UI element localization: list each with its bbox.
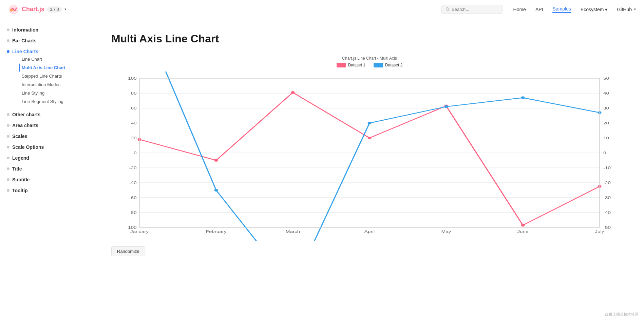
chart-area: -100-80-60-40-20020406080100-50-40-30-20… — [111, 72, 628, 241]
left-axis-label: -40 — [129, 181, 137, 185]
sidebar-section-other-charts[interactable]: Other charts — [0, 109, 95, 120]
svg-line-3 — [448, 10, 449, 11]
dot-icon — [7, 50, 10, 53]
right-axis-label: 20 — [603, 121, 609, 125]
left-axis-label: -60 — [129, 196, 137, 200]
external-link-icon: ↗ — [633, 7, 636, 11]
search-box[interactable] — [441, 5, 503, 14]
right-axis-label: -10 — [603, 166, 611, 170]
right-axis-label: 0 — [603, 151, 606, 155]
sidebar-item-multi-axis-line-chart[interactable]: Multi Axis Line Chart — [19, 63, 88, 72]
page-title: Multi Axis Line Chart — [111, 33, 628, 45]
sidebar-section-scale-options[interactable]: Scale Options — [0, 142, 95, 153]
sidebar-section-bar-charts[interactable]: Bar Charts — [0, 35, 95, 46]
dataset2-line — [139, 72, 600, 241]
dot-icon — [7, 28, 10, 31]
nav-home[interactable]: Home — [513, 7, 526, 12]
version-dropdown[interactable]: ▾ — [64, 7, 67, 12]
dataset1-line — [139, 93, 600, 225]
legend-item: Dataset 1 — [337, 63, 365, 67]
right-axis-label: -20 — [603, 181, 611, 185]
sidebar-item-interpolation-modes[interactable]: Interpolation Modes — [19, 80, 88, 89]
sidebar-section-label: Area charts — [7, 123, 88, 128]
dot-icon — [7, 157, 10, 159]
dataset1-point — [291, 91, 295, 94]
logo-icon — [8, 4, 19, 15]
watermark: @稀土掘金技术社区 — [605, 312, 639, 317]
randomize-button[interactable]: Randomize — [111, 246, 145, 256]
dataset1-point — [521, 224, 525, 226]
main-content: Multi Axis Line Chart Chart.js Line Char… — [95, 19, 644, 321]
dot-icon — [7, 146, 10, 148]
chevron-down-icon: ▾ — [605, 7, 607, 12]
right-axis-label: 10 — [603, 136, 609, 140]
dataset2-point — [444, 105, 448, 108]
nav-ecosystem[interactable]: Ecosystem ▾ — [581, 7, 607, 12]
left-axis-label: -20 — [129, 166, 137, 170]
sidebar-subsection: Line ChartMulti Axis Line ChartStepped L… — [7, 54, 88, 106]
legend-color-swatch — [374, 63, 383, 67]
sidebar-section-label: Subtitle — [7, 177, 88, 182]
dot-icon — [7, 39, 10, 42]
sidebar: InformationBar ChartsLine ChartsLine Cha… — [0, 19, 95, 321]
right-axis-label: -50 — [603, 225, 611, 229]
sidebar-section-label: Information — [7, 27, 88, 33]
sidebar-section-title[interactable]: Title — [0, 163, 95, 174]
sidebar-section-tooltip[interactable]: Tooltip — [0, 185, 95, 196]
sidebar-section-legend[interactable]: Legend — [0, 153, 95, 163]
sidebar-section-label: Scales — [7, 134, 88, 139]
chart-container: Chart.js Line Chart - Multi Axis Dataset… — [111, 56, 628, 253]
left-axis-label: 80 — [131, 91, 137, 95]
left-axis-label: 60 — [131, 106, 137, 110]
left-axis-label: -80 — [129, 210, 137, 215]
sidebar-item-line-chart[interactable]: Line Chart — [19, 55, 88, 63]
sidebar-section-scales[interactable]: Scales — [0, 131, 95, 142]
dot-icon — [7, 124, 10, 127]
sidebar-section-label: Title — [7, 166, 88, 172]
version-badge: 3.7.0 — [47, 6, 62, 13]
x-axis-label: July — [595, 229, 604, 234]
dot-icon — [7, 135, 10, 138]
right-axis-label: -30 — [603, 196, 611, 200]
right-axis-label: -40 — [603, 210, 611, 215]
chart-svg: -100-80-60-40-20020406080100-50-40-30-20… — [111, 72, 628, 241]
search-icon — [446, 7, 450, 12]
x-axis-label: February — [206, 229, 227, 234]
nav-github[interactable]: GitHub ↗ — [617, 7, 636, 12]
search-input[interactable] — [452, 7, 498, 12]
sidebar-section-label: Line Charts — [7, 49, 88, 54]
sidebar-section-label: Tooltip — [7, 188, 88, 193]
nav-samples[interactable]: Samples — [552, 6, 571, 13]
left-axis-label: 20 — [131, 136, 137, 140]
chart-legend: Dataset 1Dataset 2 — [111, 63, 628, 67]
chart-subtitle: Chart.js Line Chart - Multi Axis — [111, 56, 628, 61]
legend-label: Dataset 1 — [348, 63, 365, 67]
x-axis-label: April — [364, 229, 375, 234]
sidebar-item-line-styling[interactable]: Line Styling — [19, 89, 88, 97]
dataset2-point — [214, 189, 218, 192]
sidebar-section-area-charts[interactable]: Area charts — [0, 120, 95, 131]
sidebar-item-line-segment-styling[interactable]: Line Segment Styling — [19, 97, 88, 106]
nav-api[interactable]: API — [535, 7, 543, 12]
top-navigation: Chart.js 3.7.0 ▾ Home API Samples Ecosys… — [0, 0, 644, 19]
logo-area: Chart.js 3.7.0 ▾ — [8, 4, 67, 15]
left-axis-label: 100 — [128, 76, 136, 80]
logo-text: Chart.js — [22, 6, 44, 13]
x-axis-label: January — [130, 229, 149, 234]
sidebar-section-label: Scale Options — [7, 144, 88, 150]
sidebar-section-information[interactable]: Information — [0, 24, 95, 35]
sidebar-section-subtitle[interactable]: Subtitle — [0, 174, 95, 185]
sidebar-item-stepped-line-charts[interactable]: Stepped Line Charts — [19, 72, 88, 80]
sidebar-section-line-charts[interactable]: Line ChartsLine ChartMulti Axis Line Cha… — [0, 46, 95, 109]
dataset2-point — [367, 122, 371, 124]
main-layout: InformationBar ChartsLine ChartsLine Cha… — [0, 19, 644, 321]
sidebar-section-label: Bar Charts — [7, 38, 88, 43]
legend-item: Dataset 2 — [374, 63, 402, 67]
svg-point-1 — [10, 9, 13, 12]
right-axis-label: 50 — [603, 76, 609, 80]
dot-icon — [7, 167, 10, 170]
dataset1-point — [367, 137, 371, 139]
nav-links: Home API Samples Ecosystem ▾ GitHub ↗ — [513, 6, 636, 13]
dot-icon — [7, 178, 10, 181]
sidebar-section-label: Other charts — [7, 112, 88, 117]
